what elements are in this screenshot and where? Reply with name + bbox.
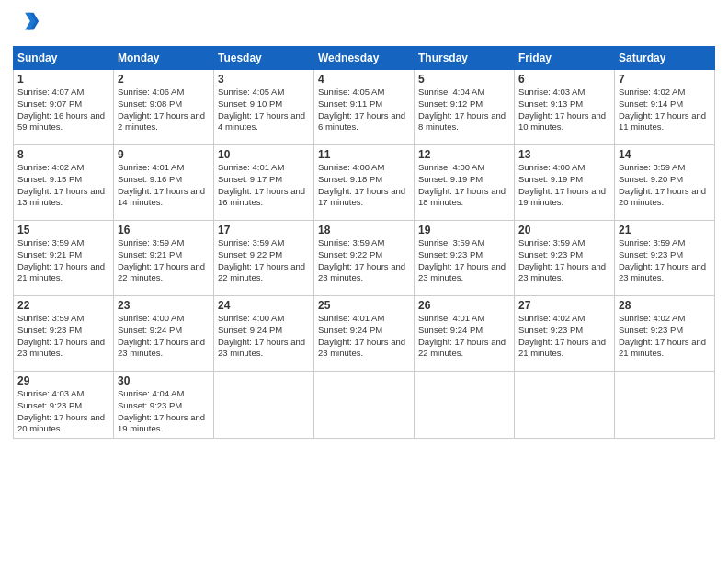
day-info: Sunrise: 3:59 AMSunset: 9:23 PMDaylight:… <box>17 313 105 358</box>
calendar-cell: 11Sunrise: 4:00 AMSunset: 9:18 PMDayligh… <box>314 145 415 221</box>
day-number: 13 <box>518 148 610 161</box>
calendar-cell: 20Sunrise: 3:59 AMSunset: 9:23 PMDayligh… <box>515 221 615 296</box>
day-info: Sunrise: 3:59 AMSunset: 9:21 PMDaylight:… <box>17 237 105 282</box>
day-number: 16 <box>118 224 210 236</box>
calendar-cell <box>615 372 715 439</box>
day-info: Sunrise: 4:01 AMSunset: 9:17 PMDaylight:… <box>218 162 305 207</box>
calendar-cell: 17Sunrise: 3:59 AMSunset: 9:22 PMDayligh… <box>214 221 314 296</box>
day-number: 3 <box>218 73 310 86</box>
day-info: Sunrise: 4:03 AMSunset: 9:13 PMDaylight:… <box>518 86 606 132</box>
calendar-cell: 8Sunrise: 4:02 AMSunset: 9:15 PMDaylight… <box>14 145 114 221</box>
weekday-header-saturday: Saturday <box>615 47 715 70</box>
calendar-cell: 24Sunrise: 4:00 AMSunset: 9:24 PMDayligh… <box>214 296 314 372</box>
day-number: 26 <box>418 299 510 312</box>
calendar-cell: 25Sunrise: 4:01 AMSunset: 9:24 PMDayligh… <box>314 296 415 372</box>
day-number: 7 <box>619 73 711 86</box>
weekday-header-monday: Monday <box>114 47 214 70</box>
calendar-cell: 9Sunrise: 4:01 AMSunset: 9:16 PMDaylight… <box>114 145 214 221</box>
calendar-cell: 23Sunrise: 4:00 AMSunset: 9:24 PMDayligh… <box>114 296 214 372</box>
day-info: Sunrise: 4:07 AMSunset: 9:07 PMDaylight:… <box>17 86 105 132</box>
day-info: Sunrise: 3:59 AMSunset: 9:22 PMDaylight:… <box>218 237 305 282</box>
day-info: Sunrise: 3:59 AMSunset: 9:22 PMDaylight:… <box>318 237 405 282</box>
calendar-cell: 27Sunrise: 4:02 AMSunset: 9:23 PMDayligh… <box>515 296 615 372</box>
day-number: 2 <box>118 73 210 86</box>
page-header <box>13 9 715 39</box>
weekday-header-tuesday: Tuesday <box>214 47 314 70</box>
day-info: Sunrise: 4:05 AMSunset: 9:11 PMDaylight:… <box>318 86 405 132</box>
day-number: 11 <box>318 148 410 161</box>
calendar-cell: 12Sunrise: 4:00 AMSunset: 9:19 PMDayligh… <box>415 145 515 221</box>
calendar-cell: 5Sunrise: 4:04 AMSunset: 9:12 PMDaylight… <box>415 70 515 145</box>
day-number: 27 <box>518 299 610 312</box>
day-number: 19 <box>418 224 510 236</box>
day-info: Sunrise: 3:59 AMSunset: 9:23 PMDaylight:… <box>619 237 706 282</box>
calendar-cell <box>314 372 415 439</box>
calendar-cell <box>515 372 615 439</box>
calendar-cell: 26Sunrise: 4:01 AMSunset: 9:24 PMDayligh… <box>415 296 515 372</box>
calendar-cell: 13Sunrise: 4:00 AMSunset: 9:19 PMDayligh… <box>515 145 615 221</box>
day-number: 10 <box>218 148 310 161</box>
weekday-header-sunday: Sunday <box>14 47 114 70</box>
weekday-header-thursday: Thursday <box>415 47 515 70</box>
calendar-cell <box>415 372 515 439</box>
calendar-cell: 29Sunrise: 4:03 AMSunset: 9:23 PMDayligh… <box>14 372 114 439</box>
day-info: Sunrise: 4:01 AMSunset: 9:24 PMDaylight:… <box>318 313 405 358</box>
calendar-cell: 3Sunrise: 4:05 AMSunset: 9:10 PMDaylight… <box>214 70 314 145</box>
day-info: Sunrise: 4:03 AMSunset: 9:23 PMDaylight:… <box>17 388 105 433</box>
day-info: Sunrise: 4:00 AMSunset: 9:19 PMDaylight:… <box>418 162 506 207</box>
day-number: 28 <box>619 299 711 312</box>
weekday-header-friday: Friday <box>515 47 615 70</box>
day-number: 15 <box>17 224 109 236</box>
calendar-cell: 18Sunrise: 3:59 AMSunset: 9:22 PMDayligh… <box>314 221 415 296</box>
day-info: Sunrise: 4:04 AMSunset: 9:23 PMDaylight:… <box>118 388 205 433</box>
day-number: 6 <box>518 73 610 86</box>
calendar-cell: 1Sunrise: 4:07 AMSunset: 9:07 PMDaylight… <box>14 70 114 145</box>
calendar-cell: 15Sunrise: 3:59 AMSunset: 9:21 PMDayligh… <box>14 221 114 296</box>
calendar-cell: 28Sunrise: 4:02 AMSunset: 9:23 PMDayligh… <box>615 296 715 372</box>
calendar-cell: 10Sunrise: 4:01 AMSunset: 9:17 PMDayligh… <box>214 145 314 221</box>
day-info: Sunrise: 4:02 AMSunset: 9:23 PMDaylight:… <box>518 313 606 358</box>
calendar-cell: 22Sunrise: 3:59 AMSunset: 9:23 PMDayligh… <box>14 296 114 372</box>
calendar-cell: 16Sunrise: 3:59 AMSunset: 9:21 PMDayligh… <box>114 221 214 296</box>
calendar-cell: 7Sunrise: 4:02 AMSunset: 9:14 PMDaylight… <box>615 70 715 145</box>
day-info: Sunrise: 4:02 AMSunset: 9:14 PMDaylight:… <box>619 86 706 132</box>
day-info: Sunrise: 4:04 AMSunset: 9:12 PMDaylight:… <box>418 86 506 132</box>
day-info: Sunrise: 4:02 AMSunset: 9:23 PMDaylight:… <box>619 313 706 358</box>
calendar-cell: 14Sunrise: 3:59 AMSunset: 9:20 PMDayligh… <box>615 145 715 221</box>
day-number: 18 <box>318 224 410 236</box>
calendar-cell <box>214 372 314 439</box>
day-info: Sunrise: 4:01 AMSunset: 9:24 PMDaylight:… <box>418 313 506 358</box>
day-info: Sunrise: 4:06 AMSunset: 9:08 PMDaylight:… <box>118 86 205 132</box>
day-number: 23 <box>118 299 210 312</box>
calendar-cell: 4Sunrise: 4:05 AMSunset: 9:11 PMDaylight… <box>314 70 415 145</box>
day-number: 5 <box>418 73 510 86</box>
day-info: Sunrise: 4:02 AMSunset: 9:15 PMDaylight:… <box>17 162 105 207</box>
day-info: Sunrise: 3:59 AMSunset: 9:20 PMDaylight:… <box>619 162 706 207</box>
day-info: Sunrise: 4:00 AMSunset: 9:24 PMDaylight:… <box>118 313 205 358</box>
day-info: Sunrise: 4:00 AMSunset: 9:18 PMDaylight:… <box>318 162 405 207</box>
logo-icon <box>15 9 40 35</box>
day-info: Sunrise: 3:59 AMSunset: 9:23 PMDaylight:… <box>418 237 506 282</box>
weekday-header-wednesday: Wednesday <box>314 47 415 70</box>
calendar-cell: 21Sunrise: 3:59 AMSunset: 9:23 PMDayligh… <box>615 221 715 296</box>
day-number: 24 <box>218 299 310 312</box>
logo <box>13 9 40 39</box>
day-number: 25 <box>318 299 410 312</box>
day-number: 22 <box>17 299 109 312</box>
day-number: 21 <box>619 224 711 236</box>
calendar-cell: 19Sunrise: 3:59 AMSunset: 9:23 PMDayligh… <box>415 221 515 296</box>
day-number: 9 <box>118 148 210 161</box>
calendar-cell: 30Sunrise: 4:04 AMSunset: 9:23 PMDayligh… <box>114 372 214 439</box>
day-info: Sunrise: 4:05 AMSunset: 9:10 PMDaylight:… <box>218 86 305 132</box>
calendar-cell: 6Sunrise: 4:03 AMSunset: 9:13 PMDaylight… <box>515 70 615 145</box>
day-info: Sunrise: 3:59 AMSunset: 9:21 PMDaylight:… <box>118 237 205 282</box>
day-info: Sunrise: 4:01 AMSunset: 9:16 PMDaylight:… <box>118 162 205 207</box>
day-number: 4 <box>318 73 410 86</box>
day-number: 17 <box>218 224 310 236</box>
day-info: Sunrise: 3:59 AMSunset: 9:23 PMDaylight:… <box>518 237 606 282</box>
day-number: 14 <box>619 148 711 161</box>
day-number: 29 <box>17 374 109 387</box>
day-number: 12 <box>418 148 510 161</box>
day-number: 1 <box>17 73 109 86</box>
day-info: Sunrise: 4:00 AMSunset: 9:24 PMDaylight:… <box>218 313 305 358</box>
